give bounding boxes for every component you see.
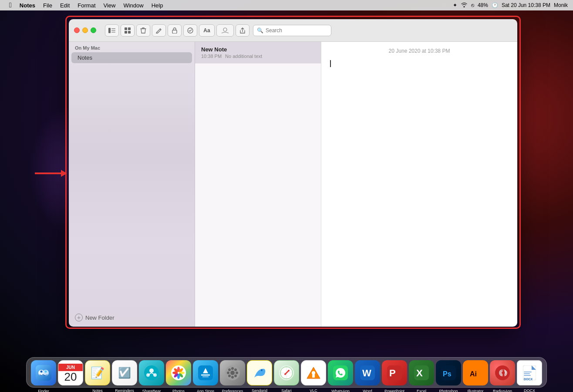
note-content-area[interactable] bbox=[321, 60, 517, 327]
dock-item-appstore[interactable]: App Store bbox=[193, 360, 218, 385]
menu-window[interactable]: Window bbox=[119, 0, 147, 10]
dock-item-powerpoint[interactable]: P PowerPoint bbox=[382, 360, 407, 385]
dock-item-word[interactable]: W Word bbox=[355, 360, 380, 385]
notes-window: Aa 🔍 On My Mac Notes + New Folder New No… bbox=[69, 19, 517, 327]
svg-rect-8 bbox=[172, 30, 177, 34]
sidebar-item-notes[interactable]: Notes bbox=[71, 52, 192, 63]
svg-point-36 bbox=[227, 372, 229, 374]
dock-item-photoshop[interactable]: Ps Photoshop bbox=[436, 360, 461, 385]
dock-item-excel[interactable]: X Excel bbox=[409, 360, 434, 385]
svg-point-49 bbox=[288, 370, 290, 372]
svg-point-50 bbox=[284, 373, 286, 375]
notes-list: New Note 10:38 PM No additional text bbox=[195, 42, 321, 327]
sidebar: On My Mac Notes + New Folder bbox=[69, 42, 195, 327]
dock-item-sharebear[interactable]: ShareBear bbox=[139, 360, 164, 385]
svg-rect-7 bbox=[128, 31, 131, 34]
new-folder-label: New Folder bbox=[85, 314, 114, 321]
compose-button[interactable] bbox=[152, 24, 166, 37]
note-list-item[interactable]: New Note 10:38 PM No additional text bbox=[195, 42, 321, 64]
svg-point-37 bbox=[236, 372, 238, 374]
svg-point-33 bbox=[230, 371, 235, 375]
new-folder-plus-icon: + bbox=[75, 314, 83, 321]
dock-label-vlc: VLC bbox=[310, 389, 317, 392]
note-time: 10:38 PM bbox=[201, 54, 222, 59]
share-button[interactable] bbox=[236, 24, 249, 37]
menubar:  Notes File Edit Format View Window Hel… bbox=[0, 0, 573, 10]
svg-point-38 bbox=[228, 368, 231, 371]
dock-label-appstore: App Store bbox=[197, 389, 214, 392]
dock: Finder JUN 20 Calendar 📝 Notes ☑️ Remind… bbox=[26, 357, 547, 388]
note-title: New Note bbox=[201, 46, 315, 53]
svg-point-40 bbox=[228, 375, 231, 377]
minimize-button[interactable] bbox=[82, 27, 88, 33]
dock-label-word: Word bbox=[363, 389, 372, 392]
dock-item-settings[interactable]: Preferences bbox=[220, 360, 245, 385]
dock-label-photoshop: Photoshop bbox=[439, 389, 458, 392]
menu-notes[interactable]: Notes bbox=[16, 0, 39, 10]
apple-menu[interactable]:  bbox=[5, 0, 16, 10]
svg-point-34 bbox=[231, 367, 234, 370]
dock-label-photos: Photos bbox=[172, 389, 185, 392]
checklist-button[interactable] bbox=[183, 24, 197, 37]
close-button[interactable] bbox=[74, 27, 80, 33]
dock-label-illustrator: Illustrator bbox=[467, 389, 483, 392]
menu-file[interactable]: File bbox=[39, 0, 56, 10]
svg-text:Ai: Ai bbox=[470, 370, 477, 378]
dock-item-sendgrid[interactable]: Sendgrid bbox=[247, 360, 272, 385]
svg-text:W: W bbox=[362, 368, 371, 378]
sidebar-toggle-button[interactable] bbox=[105, 24, 119, 37]
svg-rect-71 bbox=[524, 375, 531, 376]
dock-item-reminders[interactable]: ☑️ Reminders bbox=[112, 360, 137, 385]
arrow-body bbox=[35, 172, 61, 174]
dock-item-radiusapp[interactable]: RadiusApp bbox=[490, 360, 515, 385]
bluetooth-icon[interactable]: ✦ bbox=[453, 2, 457, 8]
note-editor: 20 June 2020 at 10:38 PM bbox=[321, 42, 517, 327]
menu-help[interactable]: Help bbox=[148, 0, 167, 10]
search-box[interactable]: 🔍 bbox=[253, 25, 331, 36]
menu-edit[interactable]: Edit bbox=[56, 0, 74, 10]
account-button[interactable] bbox=[216, 24, 234, 37]
dock-item-notes[interactable]: 📝 Notes bbox=[85, 360, 110, 385]
traffic-lights bbox=[74, 27, 96, 33]
svg-rect-2 bbox=[111, 30, 115, 31]
grid-view-button[interactable] bbox=[121, 24, 135, 37]
dock-item-finder[interactable]: Finder bbox=[31, 360, 56, 385]
airplay-icon[interactable]: ⎋ bbox=[471, 2, 474, 8]
arrow-indicator bbox=[35, 170, 67, 177]
svg-point-55 bbox=[312, 371, 315, 375]
content-area: On My Mac Notes + New Folder New Note 10… bbox=[69, 42, 517, 327]
dock-label-sendgrid: Sendgrid bbox=[252, 389, 267, 392]
svg-rect-1 bbox=[111, 28, 115, 29]
svg-point-9 bbox=[188, 28, 193, 33]
svg-rect-4 bbox=[125, 27, 127, 30]
menubar-right: ✦ ⎋ 48% 🕐 Sat 20 Jun 10:38 PM Monik bbox=[453, 2, 568, 9]
dock-item-illustrator[interactable]: Ai Illustrator bbox=[463, 360, 488, 385]
dock-label-sharebear: ShareBear bbox=[142, 389, 161, 392]
svg-rect-3 bbox=[111, 32, 115, 33]
svg-point-17 bbox=[149, 368, 154, 373]
lock-button[interactable] bbox=[168, 24, 182, 37]
search-input[interactable] bbox=[266, 27, 327, 34]
wifi-icon[interactable] bbox=[461, 2, 468, 9]
fullscreen-button[interactable] bbox=[91, 27, 96, 33]
svg-point-14 bbox=[40, 371, 43, 373]
svg-rect-70 bbox=[524, 373, 530, 374]
dock-item-vlc[interactable]: VLC bbox=[301, 360, 326, 385]
dock-label-radiusapp: RadiusApp bbox=[493, 389, 512, 392]
svg-point-39 bbox=[234, 375, 237, 377]
font-size-button[interactable]: Aa bbox=[199, 24, 215, 37]
delete-button[interactable] bbox=[136, 24, 150, 37]
new-folder-button[interactable]: + New Folder bbox=[69, 308, 195, 327]
svg-text:DOCX: DOCX bbox=[524, 378, 533, 380]
svg-rect-6 bbox=[125, 31, 127, 34]
menu-view[interactable]: View bbox=[100, 0, 120, 10]
datetime: Sat 20 Jun 10:38 PM bbox=[502, 2, 550, 8]
calendar-month: JUN bbox=[58, 364, 83, 371]
dock-item-photos[interactable]: Photos bbox=[166, 360, 191, 385]
dock-item-whatsapp[interactable]: WhatsApp bbox=[328, 360, 353, 385]
dock-item-docx[interactable]: DOCX DOCX bbox=[517, 360, 542, 385]
menu-format[interactable]: Format bbox=[74, 0, 99, 10]
dock-item-safari[interactable]: Safari bbox=[274, 360, 299, 385]
note-date-header: 20 June 2020 at 10:38 PM bbox=[321, 42, 517, 60]
dock-item-calendar[interactable]: JUN 20 Calendar bbox=[58, 360, 83, 385]
